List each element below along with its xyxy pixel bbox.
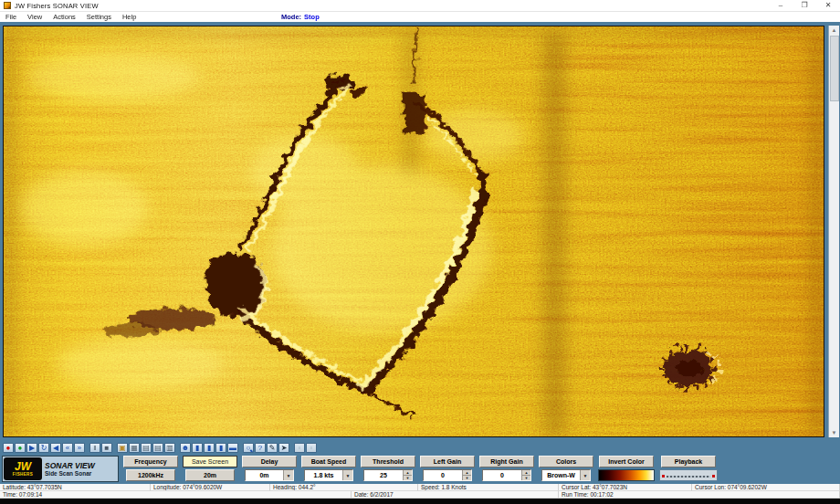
menu-actions[interactable]: Actions: [47, 13, 81, 21]
sonar-display[interactable]: [3, 26, 824, 437]
scrollbar-thumb[interactable]: [830, 36, 839, 101]
menu-settings[interactable]: Settings: [81, 13, 117, 21]
copy-icon[interactable]: ▤: [141, 443, 152, 453]
frequency-value-button[interactable]: 1200kHz: [126, 469, 175, 481]
play-icon[interactable]: ▶: [26, 443, 37, 453]
save-screen-group: Save Screen 20m: [183, 456, 237, 481]
threshold-value: 25: [364, 470, 403, 480]
pointer-icon[interactable]: ➤: [278, 443, 289, 453]
playback-group: Playback: [659, 456, 718, 481]
tool-a-icon[interactable]: ▫: [294, 443, 305, 453]
status-time: Time: 07:09:14: [0, 491, 352, 499]
main-area: ▲ ▼: [0, 22, 840, 441]
maximize-button[interactable]: ❐: [793, 0, 816, 12]
menu-bar: File View Actions Settings Help Mode: St…: [0, 12, 840, 22]
scroll-up-icon[interactable]: ▲: [832, 26, 837, 35]
chevron-down-icon[interactable]: ▼: [580, 470, 590, 480]
print-icon[interactable]: ▥: [164, 443, 175, 453]
status-row-2: Time: 07:09:14 Date: 6/2/2017 Run Time: …: [0, 491, 840, 499]
invert-color-group: Invert Color: [598, 456, 655, 481]
dash-icon[interactable]: ▬: [227, 443, 238, 453]
right-gain-group: Right Gain 0 ▲ ▼: [479, 456, 534, 481]
logo-jw-text: JW: [15, 461, 31, 472]
colors-dropdown[interactable]: Brown-W ▼: [541, 469, 591, 481]
mode-value: Stop: [304, 13, 320, 21]
logo-fishers-text: FISHERS: [13, 472, 33, 477]
chevron-down-icon[interactable]: ▼: [342, 470, 352, 480]
playback-button[interactable]: Playback: [661, 456, 716, 467]
frequency-button[interactable]: Frequency: [123, 456, 178, 467]
fast-forward-icon[interactable]: »: [74, 443, 85, 453]
tool-b-icon[interactable]: ▫: [306, 443, 317, 453]
colors-value: Brown-W: [542, 470, 580, 480]
range-value-button[interactable]: 20m: [185, 469, 235, 481]
left-gain-button[interactable]: Left Gain: [420, 456, 475, 467]
sonar-image: [4, 26, 824, 436]
colors-button[interactable]: Colors: [539, 456, 593, 467]
vertical-scrollbar[interactable]: ▲ ▼: [828, 26, 839, 437]
status-run-time: Run Time: 00:17:02: [559, 491, 840, 499]
column-c-icon[interactable]: ▮: [215, 443, 226, 453]
status-cursor-lon: Cursor Lon: 074°09.6202W: [692, 484, 840, 491]
menu-file[interactable]: File: [0, 13, 22, 21]
threshold-button[interactable]: Threshold: [361, 456, 415, 467]
boat-speed-button[interactable]: Boat Speed: [301, 456, 356, 467]
brand-subtitle: Side Scan Sonar: [45, 470, 95, 478]
brand-panel: JW FISHERS SONAR VIEW Side Scan Sonar: [2, 456, 119, 482]
minimize-button[interactable]: –: [769, 0, 793, 12]
save-screen-button[interactable]: Save Screen: [183, 456, 237, 467]
document-icon[interactable]: ▤: [152, 443, 163, 453]
reverse-icon[interactable]: ◀: [50, 443, 61, 453]
spinner-down-icon[interactable]: ▼: [522, 476, 530, 480]
column-b-icon[interactable]: ▮: [204, 443, 215, 453]
status-date: Date: 6/2/2017: [352, 491, 559, 499]
right-gain-value: 0: [483, 470, 521, 480]
app-window: JW Fishers SONAR VIEW – ❐ ✕ File View Ac…: [0, 0, 840, 504]
open-file-icon[interactable]: ▣: [117, 443, 128, 453]
status-longitude: Longitude: 074°09.6020W: [151, 484, 270, 491]
status-latitude: Latitude: 43°07.7035N: [0, 484, 151, 491]
chevron-down-icon[interactable]: ▼: [283, 470, 293, 480]
user-icon[interactable]: ☻: [180, 443, 191, 453]
boat-speed-dropdown[interactable]: 1.8 kts ▼: [304, 469, 353, 481]
right-gain-button[interactable]: Right Gain: [479, 456, 534, 467]
control-panel: JW FISHERS SONAR VIEW Side Scan Sonar Fr…: [0, 454, 840, 484]
pause-icon[interactable]: ‖: [89, 443, 100, 453]
threshold-spinner[interactable]: 25 ▲ ▼: [363, 469, 413, 481]
spinner-down-icon[interactable]: ▼: [404, 476, 412, 480]
right-gain-spinner[interactable]: 0 ▲ ▼: [482, 469, 531, 481]
left-gain-group: Left Gain 0 ▲ ▼: [420, 456, 475, 481]
toolbar: ● ● ▶ ↻ ◀ « » ‖ ■ ▣ ▦ ▤ ▤ ▥ ☻ ▮ ▮ ▮ ▬ ○ …: [0, 441, 840, 454]
bottom-strip: [0, 499, 840, 504]
column-a-icon[interactable]: ▮: [192, 443, 203, 453]
delay-dropdown[interactable]: 0m ▼: [245, 469, 294, 481]
close-button[interactable]: ✕: [816, 0, 840, 12]
threshold-group: Threshold 25 ▲ ▼: [361, 456, 415, 481]
window-title: JW Fishers SONAR VIEW: [15, 2, 99, 10]
frequency-group: Frequency 1200kHz: [123, 456, 178, 481]
left-gain-spinner[interactable]: 0 ▲ ▼: [423, 469, 472, 481]
app-icon: [4, 2, 11, 9]
scroll-down-icon[interactable]: ▼: [832, 428, 837, 437]
invert-color-button[interactable]: Invert Color: [599, 456, 654, 467]
mode-label: Mode:: [281, 13, 301, 21]
color-gradient-bar: [598, 469, 655, 481]
left-gain-value: 0: [424, 470, 462, 480]
menu-view[interactable]: View: [22, 13, 47, 21]
status-bar: Latitude: 43°07.7035N Longitude: 074°09.…: [0, 484, 840, 499]
window-controls: – ❐ ✕: [769, 0, 840, 12]
spinner-down-icon[interactable]: ▼: [463, 476, 471, 480]
status-heading: Heading: 044.2°: [270, 484, 418, 491]
record-icon[interactable]: ●: [3, 443, 14, 453]
rewind-icon[interactable]: «: [62, 443, 73, 453]
zoom-icon[interactable]: ○: [243, 443, 254, 453]
help-icon[interactable]: ?: [255, 443, 266, 453]
delay-button[interactable]: Delay: [242, 456, 297, 467]
save-file-icon[interactable]: ▦: [129, 443, 140, 453]
stop-icon[interactable]: ■: [101, 443, 112, 453]
event-mark-icon[interactable]: ●: [15, 443, 26, 453]
loop-icon[interactable]: ↻: [38, 443, 49, 453]
playback-slider[interactable]: [659, 469, 718, 481]
menu-help[interactable]: Help: [117, 13, 142, 21]
pencil-icon[interactable]: ✎: [267, 443, 278, 453]
